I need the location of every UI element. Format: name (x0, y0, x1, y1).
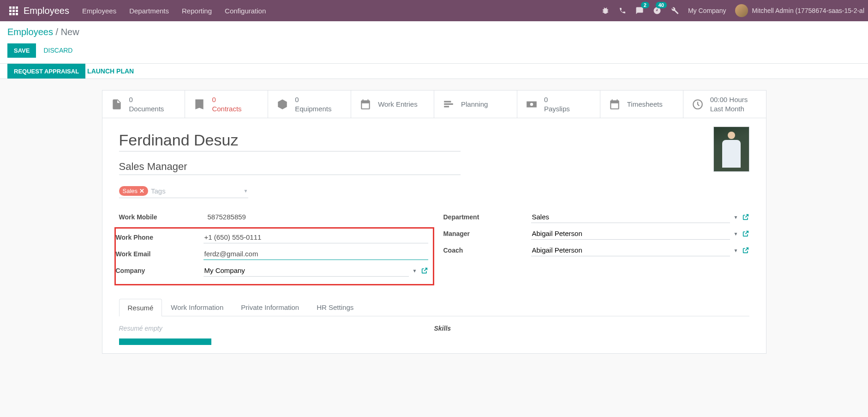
cubes-icon (276, 98, 288, 110)
activities-icon[interactable]: 40 (653, 6, 661, 15)
stat-label: Payslips (544, 104, 570, 114)
coach-label: Coach (443, 247, 531, 254)
highlighted-region: Work Phone Work Email Company ▼ (114, 227, 434, 285)
work-mobile-label: Work Mobile (119, 213, 207, 221)
tag-remove-icon[interactable]: ✕ (139, 187, 144, 194)
department-input[interactable] (531, 211, 730, 223)
stat-label: Last Month (710, 104, 748, 114)
stat-label: Planning (461, 100, 488, 109)
chevron-down-icon[interactable]: ▼ (244, 188, 248, 193)
coach-input[interactable] (531, 244, 730, 256)
apps-icon[interactable] (9, 6, 18, 15)
discard-button[interactable]: DISCARD (42, 43, 74, 58)
chevron-down-icon[interactable]: ▼ (413, 268, 417, 273)
notebook-tabs: Resumé Work Information Private Informat… (119, 298, 749, 316)
launch-plan-button[interactable]: LAUNCH PLAN (85, 64, 136, 79)
work-email-input[interactable] (204, 248, 428, 260)
stat-label: Contracts (212, 104, 241, 114)
stat-contracts[interactable]: 0Contracts (185, 91, 268, 118)
top-menu: Employees Departments Reporting Configur… (82, 7, 266, 15)
menu-employees[interactable]: Employees (82, 7, 116, 15)
stat-count: 00:00 Hours (710, 95, 748, 104)
stat-payslips[interactable]: 0Payslips (517, 91, 600, 118)
file-icon (111, 98, 123, 110)
left-column: Work Mobile Work Phone Work Email Compan… (119, 211, 425, 285)
bug-icon[interactable] (601, 6, 610, 15)
external-link-icon[interactable] (421, 267, 428, 274)
name-input[interactable] (119, 129, 461, 151)
manager-input[interactable] (531, 228, 730, 240)
employee-photo[interactable] (713, 127, 749, 172)
external-link-icon[interactable] (742, 213, 749, 221)
breadcrumb-sep: / (56, 27, 59, 37)
stat-planning[interactable]: Planning (434, 91, 517, 118)
clock-icon (692, 98, 704, 110)
stat-count: 0 (129, 95, 164, 104)
resume-empty-text: Resumé empty (119, 325, 434, 332)
tools-icon[interactable] (670, 6, 679, 15)
user-name: Mitchell Admin (17758674-saas-15-2-al (752, 7, 864, 14)
stat-label: Timesheets (627, 100, 663, 109)
breadcrumb: Employees / New (7, 27, 861, 37)
breadcrumb-root[interactable]: Employees (7, 27, 53, 37)
stat-documents[interactable]: 0Documents (102, 91, 186, 118)
app-brand[interactable]: Employees (24, 6, 69, 16)
menu-configuration[interactable]: Configuration (225, 7, 266, 15)
menu-reporting[interactable]: Reporting (182, 7, 212, 15)
department-label: Department (443, 213, 531, 221)
work-phone-label: Work Phone (116, 234, 204, 241)
chevron-down-icon[interactable]: ▼ (734, 248, 738, 253)
tab-hr-settings[interactable]: HR Settings (308, 298, 362, 316)
tags-placeholder: Tags (151, 187, 241, 195)
stat-count: 0 (212, 95, 241, 104)
company-label: Company (116, 267, 204, 274)
right-column: Department ▼ Manager ▼ C (443, 211, 749, 285)
stat-last-month[interactable]: 00:00 HoursLast Month (683, 91, 766, 118)
tag-sales[interactable]: Sales ✕ (119, 186, 149, 196)
topbar: Employees Employees Departments Reportin… (0, 0, 868, 21)
menu-departments[interactable]: Departments (129, 7, 169, 15)
work-phone-input[interactable] (204, 231, 428, 243)
save-button[interactable]: SAVE (7, 43, 36, 58)
phone-icon[interactable] (619, 7, 626, 14)
avatar-icon (735, 4, 748, 17)
external-link-icon[interactable] (742, 230, 749, 237)
activities-badge: 40 (656, 2, 667, 8)
tags-field[interactable]: Sales ✕ Tags ▼ (119, 186, 248, 198)
tag-label: Sales (123, 187, 138, 194)
stat-work-entries[interactable]: Work Entries (351, 91, 434, 118)
work-mobile-input[interactable] (207, 211, 425, 223)
tasks-icon (443, 98, 455, 110)
money-icon (526, 98, 538, 110)
status-bar: REQUEST APPRAISAL LAUNCH PLAN (0, 64, 868, 79)
messages-icon[interactable]: 2 (635, 6, 644, 15)
request-appraisal-button[interactable]: REQUEST APPRAISAL (7, 64, 85, 79)
chevron-down-icon[interactable]: ▼ (734, 231, 738, 236)
manager-label: Manager (443, 230, 531, 237)
chevron-down-icon[interactable]: ▼ (734, 215, 738, 220)
add-resume-button[interactable] (119, 338, 211, 345)
external-link-icon[interactable] (742, 247, 749, 254)
stat-timesheets[interactable]: Timesheets (600, 91, 683, 118)
work-email-label: Work Email (116, 250, 204, 258)
tab-work-info[interactable]: Work Information (162, 298, 232, 316)
breadcrumb-current: New (61, 27, 79, 37)
control-panel: Employees / New SAVE DISCARD (0, 21, 868, 64)
user-menu[interactable]: Mitchell Admin (17758674-saas-15-2-al (735, 4, 864, 17)
book-icon (193, 98, 205, 110)
company-input[interactable] (204, 265, 409, 277)
topbar-right: 2 40 My Company Mitchell Admin (17758674… (601, 4, 864, 17)
stat-buttons: 0Documents 0Contracts 0Equipments Work E… (102, 91, 766, 118)
messages-badge: 2 (641, 2, 649, 8)
job-title-input[interactable] (119, 159, 461, 175)
stat-count: 0 (295, 95, 331, 104)
stat-label: Documents (129, 104, 164, 114)
stat-label: Work Entries (378, 100, 418, 109)
form-sheet: 0Documents 0Contracts 0Equipments Work E… (102, 90, 766, 354)
tab-resume[interactable]: Resumé (119, 299, 162, 316)
stat-count: 0 (544, 95, 570, 104)
tab-private-info[interactable]: Private Information (232, 298, 308, 316)
stat-equipments[interactable]: 0Equipments (268, 91, 351, 118)
company-switcher[interactable]: My Company (688, 7, 726, 14)
tab-content: Resumé empty Skills (102, 316, 766, 353)
